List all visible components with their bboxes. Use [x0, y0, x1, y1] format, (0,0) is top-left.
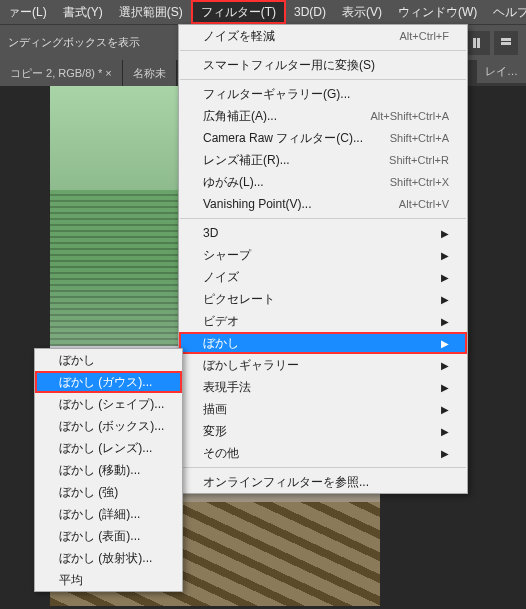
- menu-item-label: ぼかし (詳細)...: [59, 506, 164, 523]
- submenu-arrow-icon: ▶: [441, 250, 449, 261]
- filter-menu-item-15[interactable]: ビデオ▶: [179, 310, 467, 332]
- filter-menu-item-21[interactable]: その他▶: [179, 442, 467, 464]
- menu-item-label: 変形: [203, 423, 441, 440]
- menu-item-label: ぼかし (ボックス)...: [59, 418, 164, 435]
- filter-menu-item-18[interactable]: 表現手法▶: [179, 376, 467, 398]
- menu-item-shortcut: Alt+Ctrl+F: [399, 30, 449, 42]
- menu-item-label: ぼかし (レンズ)...: [59, 440, 164, 457]
- blur-submenu-item-10[interactable]: 平均: [35, 569, 182, 591]
- menu-item-label: 平均: [59, 572, 164, 589]
- filter-menu-item-23[interactable]: オンラインフィルターを参照...: [179, 471, 467, 493]
- menu-3d[interactable]: 3D(D): [286, 0, 334, 24]
- submenu-arrow-icon: ▶: [441, 294, 449, 305]
- menu-item-label: ノイズを軽減: [203, 28, 379, 45]
- blur-submenu-item-8[interactable]: ぼかし (表面)...: [35, 525, 182, 547]
- tab-document-2[interactable]: 名称未: [123, 60, 177, 86]
- menu-filter[interactable]: フィルター(T): [191, 0, 286, 24]
- toolbar-label: ンディングボックスを表示: [8, 35, 140, 50]
- submenu-arrow-icon: ▶: [441, 360, 449, 371]
- filter-menu-item-8[interactable]: ゆがみ(L)...Shift+Ctrl+X: [179, 171, 467, 193]
- filter-menu-item-13[interactable]: ノイズ▶: [179, 266, 467, 288]
- svg-rect-2: [501, 38, 511, 41]
- blur-submenu-item-2[interactable]: ぼかし (シェイプ)...: [35, 393, 182, 415]
- filter-menu-item-19[interactable]: 描画▶: [179, 398, 467, 420]
- filter-menu-item-14[interactable]: ピクセレート▶: [179, 288, 467, 310]
- menu-item-label: 3D: [203, 226, 441, 240]
- menu-item-label: ぼかし (放射状)...: [59, 550, 164, 567]
- filter-menu-item-17[interactable]: ぼかしギャラリー▶: [179, 354, 467, 376]
- menu-item-label: Camera Raw フィルター(C)...: [203, 130, 370, 147]
- filter-menu-item-5[interactable]: 広角補正(A)...Alt+Shift+Ctrl+A: [179, 105, 467, 127]
- blur-submenu-item-1[interactable]: ぼかし (ガウス)...: [35, 371, 182, 393]
- filter-menu-item-20[interactable]: 変形▶: [179, 420, 467, 442]
- filter-menu-item-11[interactable]: 3D▶: [179, 222, 467, 244]
- filter-menu-separator: [180, 467, 466, 468]
- menu-item-shortcut: Shift+Ctrl+A: [390, 132, 449, 144]
- menu-item-label: 広角補正(A)...: [203, 108, 350, 125]
- svg-rect-1: [477, 38, 480, 48]
- filter-menu-item-0[interactable]: ノイズを軽減Alt+Ctrl+F: [179, 25, 467, 47]
- filter-menu-item-6[interactable]: Camera Raw フィルター(C)...Shift+Ctrl+A: [179, 127, 467, 149]
- align-icon-2[interactable]: [494, 31, 518, 55]
- menu-item-shortcut: Shift+Ctrl+R: [389, 154, 449, 166]
- menu-item-shortcut: Alt+Ctrl+V: [399, 198, 449, 210]
- menu-item-label: ぼかしギャラリー: [203, 357, 441, 374]
- blur-submenu-item-6[interactable]: ぼかし (強): [35, 481, 182, 503]
- menu-item-label: スマートフィルター用に変換(S): [203, 57, 449, 74]
- menu-item-label: オンラインフィルターを参照...: [203, 474, 449, 491]
- filter-menu-item-16[interactable]: ぼかし▶: [179, 332, 467, 354]
- menu-window[interactable]: ウィンドウ(W): [390, 0, 485, 24]
- filter-menu-separator: [180, 50, 466, 51]
- blur-submenu-item-4[interactable]: ぼかし (レンズ)...: [35, 437, 182, 459]
- blur-submenu-item-5[interactable]: ぼかし (移動)...: [35, 459, 182, 481]
- filter-menu-item-12[interactable]: シャープ▶: [179, 244, 467, 266]
- menu-item-label: ぼかし (強): [59, 484, 164, 501]
- menu-item-shortcut: Alt+Shift+Ctrl+A: [370, 110, 449, 122]
- blur-submenu-item-7[interactable]: ぼかし (詳細)...: [35, 503, 182, 525]
- svg-rect-0: [473, 38, 476, 48]
- submenu-arrow-icon: ▶: [441, 338, 449, 349]
- submenu-arrow-icon: ▶: [441, 426, 449, 437]
- menu-item-label: フィルターギャラリー(G)...: [203, 86, 449, 103]
- blur-submenu-item-3[interactable]: ぼかし (ボックス)...: [35, 415, 182, 437]
- submenu-arrow-icon: ▶: [441, 316, 449, 327]
- filter-menu-item-9[interactable]: Vanishing Point(V)...Alt+Ctrl+V: [179, 193, 467, 215]
- blur-submenu-item-9[interactable]: ぼかし (放射状)...: [35, 547, 182, 569]
- filter-menu-dropdown: ノイズを軽減Alt+Ctrl+Fスマートフィルター用に変換(S)フィルターギャラ…: [178, 24, 468, 494]
- menu-item-label: ノイズ: [203, 269, 441, 286]
- submenu-arrow-icon: ▶: [441, 404, 449, 415]
- submenu-arrow-icon: ▶: [441, 448, 449, 459]
- menu-select[interactable]: 選択範囲(S): [111, 0, 191, 24]
- menu-item-label: ぼかし (ガウス)...: [59, 374, 164, 391]
- menu-item-label: ぼかし: [59, 352, 164, 369]
- filter-menu-item-2[interactable]: スマートフィルター用に変換(S): [179, 54, 467, 76]
- menu-help[interactable]: ヘルプ(H): [485, 0, 526, 24]
- filter-menu-separator: [180, 218, 466, 219]
- submenu-arrow-icon: ▶: [441, 382, 449, 393]
- filter-menu-item-4[interactable]: フィルターギャラリー(G)...: [179, 83, 467, 105]
- menu-view[interactable]: 表示(V): [334, 0, 390, 24]
- menu-item-label: その他: [203, 445, 441, 462]
- filter-menu-item-7[interactable]: レンズ補正(R)...Shift+Ctrl+R: [179, 149, 467, 171]
- menu-item-label: ぼかし (移動)...: [59, 462, 164, 479]
- svg-rect-3: [501, 42, 511, 45]
- menu-item-label: シャープ: [203, 247, 441, 264]
- menu-item-label: ぼかし (表面)...: [59, 528, 164, 545]
- panel-tab-layers[interactable]: レイ…: [477, 60, 526, 83]
- menubar: ァー(L) 書式(Y) 選択範囲(S) フィルター(T) 3D(D) 表示(V)…: [0, 0, 526, 24]
- blur-submenu-dropdown: ぼかしぼかし (ガウス)...ぼかし (シェイプ)...ぼかし (ボックス)..…: [34, 348, 183, 592]
- submenu-arrow-icon: ▶: [441, 272, 449, 283]
- submenu-arrow-icon: ▶: [441, 228, 449, 239]
- menu-item-label: ぼかし (シェイプ)...: [59, 396, 164, 413]
- menu-item-label: ピクセレート: [203, 291, 441, 308]
- menu-type[interactable]: 書式(Y): [55, 0, 111, 24]
- tab-document-1[interactable]: コピー 2, RGB/8) * ×: [0, 60, 123, 86]
- align-icon[interactable]: [466, 31, 490, 55]
- menu-layer[interactable]: ァー(L): [0, 0, 55, 24]
- menu-item-label: Vanishing Point(V)...: [203, 197, 379, 211]
- menu-item-label: レンズ補正(R)...: [203, 152, 369, 169]
- menu-item-label: 表現手法: [203, 379, 441, 396]
- menu-item-label: 描画: [203, 401, 441, 418]
- menu-item-label: ぼかし: [203, 335, 441, 352]
- blur-submenu-item-0[interactable]: ぼかし: [35, 349, 182, 371]
